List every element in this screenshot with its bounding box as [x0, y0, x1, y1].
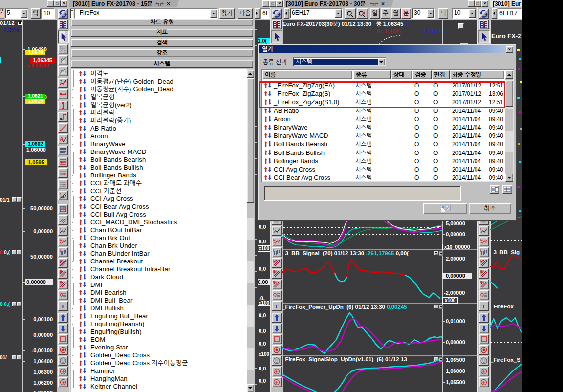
svg-text:T: T — [61, 303, 65, 310]
svg-text:L: L — [60, 249, 62, 252]
svg-text:E: E — [273, 227, 276, 231]
svg-text:E: E — [480, 227, 483, 231]
svg-text:Q: Q — [480, 292, 484, 297]
svg-text:L: L — [273, 249, 276, 252]
svg-text:L: L — [480, 249, 483, 252]
svg-text:T: T — [274, 303, 279, 310]
svg-text:f/R: f/R — [61, 207, 65, 210]
svg-text:Q: Q — [60, 292, 63, 297]
svg-text:E: E — [480, 238, 483, 241]
svg-text:f: f — [61, 161, 62, 165]
svg-text:f: f — [60, 192, 61, 196]
svg-text:%: % — [62, 172, 65, 176]
svg-text:E: E — [60, 227, 62, 231]
svg-text:T: T — [481, 303, 486, 310]
svg-text:A: A — [60, 136, 64, 142]
svg-text:E: E — [273, 238, 276, 241]
svg-text:%: % — [62, 183, 65, 187]
svg-text:E: E — [60, 238, 62, 241]
svg-text:Q: Q — [273, 292, 277, 297]
